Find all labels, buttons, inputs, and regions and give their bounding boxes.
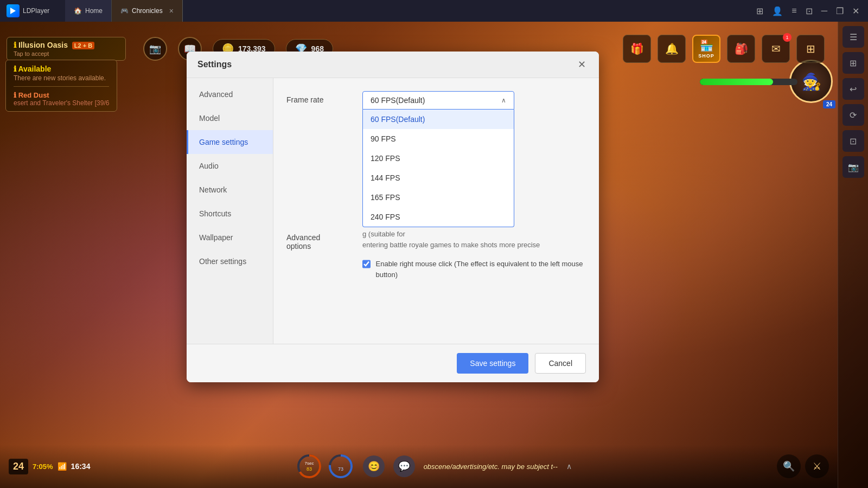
shop-btn[interactable]: 🏪 SHOP — [692, 35, 720, 63]
frame-rate-control: 60 FPS(Default) ∧ 60 FPS(Default) 90 FPS… — [362, 91, 586, 110]
bell-btn[interactable]: 🔔 — [658, 35, 686, 63]
clock-display: 16:34 — [71, 462, 91, 471]
frame-rate-selected-value: 60 FPS(Default) — [371, 96, 425, 105]
quest-subtitle: Tap to accept — [14, 50, 119, 57]
quest-notification[interactable]: ℹ Available There are new stories availa… — [5, 60, 117, 112]
advanced-options-control: g (suitable for entering battle royale g… — [362, 229, 586, 280]
right-click-option-row: Enable right mouse click (The effect is … — [362, 259, 586, 280]
bottom-left: 24 7:05% 📶 16:34 — [0, 459, 99, 474]
minimize-btn[interactable]: ─ — [821, 6, 827, 16]
nav-shortcuts[interactable]: Shortcuts — [187, 202, 273, 226]
fight-btn[interactable]: ⚔ — [805, 454, 829, 478]
topbar-icon-1[interactable]: ⊞ — [756, 6, 763, 16]
quest-available-title: ℹ Available — [14, 65, 109, 73]
frame-rate-label: Frame rate — [286, 91, 362, 104]
voice-chat-btn[interactable]: 💬 — [393, 455, 415, 477]
quest-available-desc: There are new stories available. — [14, 74, 109, 82]
home-icon: 🏠 — [74, 7, 82, 15]
fps-option-120[interactable]: 120 FPS — [363, 149, 514, 168]
right-sidebar: ☰ ⊞ ↩ ⟳ ⊡ 📷 — [838, 22, 868, 488]
red-dust-title: ℹ Red Dust — [14, 91, 109, 99]
dialog-close-btn[interactable]: ✕ — [575, 58, 588, 71]
hp-bar-fill — [700, 79, 773, 85]
maximize-btn[interactable]: ❐ — [836, 6, 844, 16]
menu-icon: ⊞ — [806, 42, 815, 55]
tab-home[interactable]: 🏠 Home — [65, 0, 112, 22]
svg-text:83: 83 — [307, 466, 312, 472]
level-display: 24 — [9, 459, 28, 474]
settings-content: Frame rate 60 FPS(Default) ∧ 60 FPS(Defa… — [273, 78, 599, 344]
bell-icon: 🔔 — [665, 42, 679, 55]
dialog-body: Advanced Model Game settings Audio Netwo… — [187, 78, 599, 344]
health-section — [700, 79, 797, 85]
settings-dialog: Settings ✕ Advanced Model Game settings … — [187, 52, 599, 382]
menu-btn[interactable]: ⊞ — [796, 35, 825, 63]
hud-right: 🎁 🔔 🏪 SHOP 🎒 ✉ 1 ⊞ — [623, 35, 868, 63]
cancel-button[interactable]: Cancel — [535, 353, 586, 374]
sidebar-btn-2[interactable]: ⊞ — [843, 52, 864, 74]
fps-option-90[interactable]: 90 FPS — [363, 129, 514, 149]
advanced-options-desc: g (suitable for entering battle royale g… — [362, 229, 586, 250]
tab-game[interactable]: 🎮 Chronicles × — [112, 0, 183, 22]
chevron-up-icon[interactable]: ∧ — [566, 462, 572, 471]
nav-network[interactable]: Network — [187, 178, 273, 202]
camera-icon: 📷 — [149, 43, 161, 55]
player-level: 24 — [823, 100, 835, 108]
quest-banner[interactable]: ℹ Illusion Oasis L2 + B Tap to accept — [7, 37, 126, 61]
frame-rate-dropdown-trigger[interactable]: 60 FPS(Default) ∧ — [362, 91, 514, 110]
game-icon: 🎮 — [120, 7, 129, 15]
advanced-options-label: Advanced options — [286, 229, 362, 251]
topbar-icon-4[interactable]: ⊡ — [806, 6, 813, 16]
topbar-icon-2[interactable]: 👤 — [772, 6, 783, 16]
emoji-chat-btn[interactable]: 😊 — [363, 455, 385, 477]
daily-gift-btn[interactable]: 🎁 — [623, 35, 651, 63]
fps-option-240[interactable]: 240 FPS — [363, 207, 514, 227]
quest-title: ℹ Illusion Oasis L2 + B — [14, 41, 119, 49]
right-click-checkbox[interactable] — [362, 260, 371, 268]
dialog-header: Settings ✕ — [187, 52, 599, 78]
app-name: LDPlayer — [23, 7, 49, 15]
nav-other-settings[interactable]: Other settings — [187, 249, 273, 273]
shop-icon: 🏪 — [700, 39, 713, 52]
sidebar-btn-6[interactable]: 📷 — [843, 156, 864, 178]
exp-timer-circle-2: 73 — [327, 453, 354, 480]
chevron-up-icon: ∧ — [501, 97, 506, 104]
sidebar-btn-1[interactable]: ☰ — [843, 26, 864, 48]
frame-rate-row: Frame rate 60 FPS(Default) ∧ 60 FPS(Defa… — [286, 91, 586, 110]
search-world-btn[interactable]: 🔍 — [777, 454, 801, 478]
sidebar-btn-3[interactable]: ↩ — [843, 78, 864, 100]
bottom-center: 7sec 83 73 😊 💬 obscene/advertising/etc. … — [99, 453, 768, 480]
settings-nav: Advanced Model Game settings Audio Netwo… — [187, 78, 273, 344]
fps-option-165[interactable]: 165 FPS — [363, 188, 514, 207]
signal-icon: 📶 — [58, 462, 67, 471]
nav-model[interactable]: Model — [187, 106, 273, 130]
window-control-icons: ⊞ 👤 ≡ ⊡ ─ ❐ ✕ — [748, 6, 868, 16]
topbar-icon-3[interactable]: ≡ — [792, 6, 796, 16]
red-dust-desc: esert and Traveler's Shelter [39/6 — [14, 99, 109, 107]
dialog-footer: Save settings Cancel — [187, 344, 599, 382]
save-settings-button[interactable]: Save settings — [457, 353, 528, 374]
nav-audio[interactable]: Audio — [187, 154, 273, 178]
fps-option-60-default[interactable]: 60 FPS(Default) — [363, 110, 514, 129]
nav-wallpaper[interactable]: Wallpaper — [187, 226, 273, 249]
sidebar-btn-4[interactable]: ⟳ — [843, 104, 864, 126]
mail-btn[interactable]: ✉ 1 — [762, 35, 790, 63]
backpack-btn[interactable]: 🎒 — [727, 35, 755, 63]
nav-advanced[interactable]: Advanced — [187, 82, 273, 106]
home-tab-label: Home — [85, 7, 103, 15]
time-display: 7:05% — [33, 463, 53, 471]
svg-marker-0 — [10, 8, 16, 14]
info-icon: ℹ — [14, 65, 16, 73]
fps-option-144[interactable]: 144 FPS — [363, 168, 514, 188]
nav-game-settings[interactable]: Game settings — [187, 130, 273, 154]
close-btn[interactable]: ✕ — [852, 6, 859, 16]
bottom-hud: 24 7:05% 📶 16:34 7sec 83 73 😊 💬 obscene/… — [0, 445, 838, 488]
gift-icon: 🎁 — [630, 42, 644, 55]
advanced-options-row: Advanced options g (suitable for enterin… — [286, 229, 586, 280]
ldplayer-logo — [7, 4, 20, 17]
sidebar-btn-5[interactable]: ⊡ — [843, 130, 864, 152]
tab-close-btn[interactable]: × — [169, 7, 174, 15]
right-click-label: Enable right mouse click (The effect is … — [376, 259, 586, 280]
camera-btn[interactable]: 📷 — [143, 37, 167, 61]
app-logo-area: LDPlayer — [0, 4, 65, 17]
